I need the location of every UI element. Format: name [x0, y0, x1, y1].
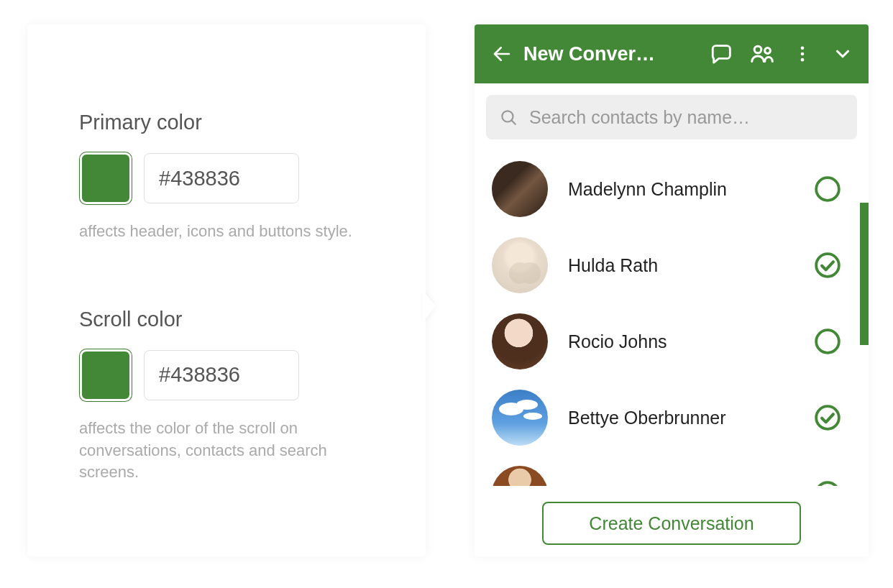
chat-button[interactable] [702, 34, 742, 74]
collapse-button[interactable] [823, 34, 863, 74]
svg-point-10 [816, 330, 839, 353]
contact-row[interactable]: Rocio Johns [475, 303, 854, 380]
avatar [492, 390, 548, 446]
footer: Create Conversation [475, 486, 869, 556]
color-settings-panel: Primary color affects header, icons and … [27, 24, 426, 556]
svg-point-2 [765, 48, 771, 54]
svg-point-1 [754, 46, 761, 53]
radio-empty-icon[interactable] [814, 328, 841, 355]
svg-point-8 [816, 178, 839, 201]
checkmark-circle-icon[interactable] [814, 404, 841, 431]
arrow-left-icon [491, 43, 513, 65]
scroll-color-desc: affects the color of the scroll on conve… [79, 418, 374, 484]
scroll-color-swatch[interactable] [79, 349, 132, 402]
chevron-down-icon [832, 43, 853, 65]
svg-point-5 [801, 58, 805, 62]
radio-empty-icon[interactable] [814, 175, 841, 203]
svg-point-9 [816, 254, 839, 277]
more-button[interactable] [782, 34, 823, 74]
primary-color-input[interactable] [144, 153, 299, 203]
search-container [475, 83, 869, 151]
scroll-color-input[interactable] [144, 350, 299, 400]
primary-color-label: Primary color [79, 111, 374, 134]
chat-icon [710, 42, 734, 66]
more-vertical-icon [792, 44, 812, 64]
scroll-color-label: Scroll color [79, 308, 374, 331]
svg-point-3 [801, 47, 805, 50]
avatar [492, 466, 548, 486]
avatar [492, 237, 548, 293]
contact-row[interactable]: Madelynn Champlin [475, 151, 854, 227]
contact-row[interactable]: Bettye Oberbrunner [475, 380, 854, 456]
header-actions [702, 34, 863, 74]
search-box[interactable] [486, 95, 857, 139]
back-button[interactable] [489, 43, 515, 65]
header-title: New Conver… [523, 43, 693, 65]
create-conversation-button[interactable]: Create Conversation [542, 502, 801, 545]
svg-point-4 [801, 52, 805, 56]
primary-color-swatch[interactable] [79, 152, 132, 205]
people-icon [749, 41, 775, 67]
contact-row[interactable]: Lacey Satterfield [475, 456, 854, 486]
scroll-color-controls [79, 349, 374, 402]
people-button[interactable] [742, 34, 782, 74]
search-icon [499, 108, 518, 127]
search-input[interactable] [529, 107, 844, 128]
svg-point-12 [816, 482, 839, 486]
contact-name: Bettye Oberbrunner [568, 408, 794, 428]
checkmark-circle-icon[interactable] [814, 252, 841, 279]
contacts-list[interactable]: Madelynn ChamplinHulda RathRocio JohnsBe… [475, 151, 869, 486]
app-header: New Conver… [475, 24, 869, 83]
avatar [492, 313, 548, 369]
contact-name: Madelynn Champlin [568, 179, 794, 200]
contact-name: Hulda Rath [568, 255, 794, 276]
svg-point-11 [816, 406, 839, 429]
radio-empty-icon[interactable] [814, 480, 841, 486]
scroll-color-group: Scroll color affects the color of the sc… [79, 308, 374, 484]
primary-color-group: Primary color affects header, icons and … [79, 111, 374, 243]
primary-color-desc: affects header, icons and buttons style. [79, 221, 374, 243]
primary-color-controls [79, 152, 374, 205]
contact-name: Rocio Johns [568, 331, 794, 352]
svg-line-7 [512, 121, 516, 124]
contact-name: Lacey Satterfield [568, 484, 794, 487]
new-conversation-panel: New Conver… Madelynn ChamplinHulda RathR… [475, 24, 869, 556]
avatar [492, 161, 548, 217]
contact-row[interactable]: Hulda Rath [475, 227, 854, 303]
scrollbar-thumb[interactable] [860, 203, 869, 345]
